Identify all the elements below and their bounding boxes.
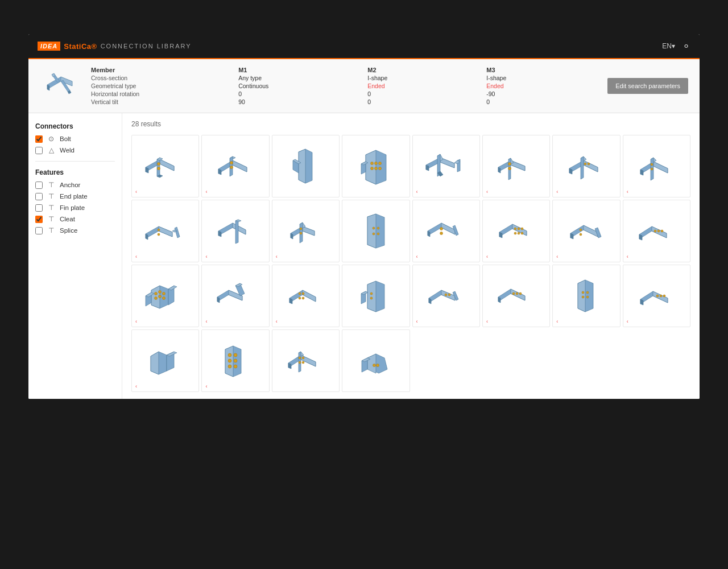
- connection-card-19[interactable]: ‹: [272, 265, 340, 327]
- filter-endplate[interactable]: ⊤ End plate: [35, 192, 115, 200]
- bolt-label[interactable]: Bolt: [60, 135, 71, 142]
- svg-point-94: [440, 228, 443, 230]
- connection-card-3[interactable]: [272, 135, 340, 197]
- finplate-icon: ⊤: [47, 204, 55, 212]
- filter-finplate[interactable]: ⊤ Fin plate: [35, 204, 115, 212]
- connection-card-23[interactable]: ‹: [552, 265, 620, 327]
- col-m2: M2: [367, 67, 477, 73]
- cleat-icon: ⊤: [47, 215, 55, 223]
- connection-card-18[interactable]: ‹: [201, 265, 269, 327]
- finplate-checkbox[interactable]: [35, 204, 43, 212]
- row1-m1: Continuous: [238, 83, 358, 89]
- endplate-icon: ⊤: [47, 192, 55, 200]
- card-label-25: ‹: [135, 384, 137, 389]
- bolt-checkbox[interactable]: [35, 135, 43, 143]
- connection-card-15[interactable]: ‹: [552, 200, 620, 262]
- endplate-checkbox[interactable]: [35, 193, 43, 200]
- card-img-9: [143, 208, 188, 254]
- header: IDEA StatiCa® CONNECTION LIBRARY EN▾ ⚬: [28, 34, 700, 59]
- svg-marker-92: [441, 223, 455, 234]
- bolt-icon: ⊙: [47, 135, 55, 143]
- connection-card-26[interactable]: ‹: [201, 329, 269, 392]
- card-img-5: [423, 143, 469, 189]
- svg-marker-144: [361, 291, 368, 295]
- svg-marker-79: [303, 226, 315, 236]
- weld-checkbox[interactable]: [35, 147, 43, 154]
- splice-label[interactable]: Splice: [60, 227, 77, 234]
- anchor-checkbox[interactable]: [35, 182, 43, 189]
- connection-card-24[interactable]: ‹: [623, 265, 690, 327]
- connection-card-28[interactable]: [342, 329, 410, 392]
- svg-point-83: [300, 232, 302, 234]
- results-area: 28 results: [122, 113, 700, 399]
- filter-splice[interactable]: ⊤ Splice: [35, 226, 115, 234]
- endplate-label[interactable]: End plate: [60, 193, 88, 200]
- cleat-label[interactable]: Cleat: [60, 216, 75, 222]
- row2-label: Horizontal rotation: [91, 90, 229, 97]
- logo-area: IDEA StatiCa® CONNECTION LIBRARY: [38, 42, 192, 51]
- connection-card-9[interactable]: ‹: [131, 200, 199, 262]
- card-label-9: ‹: [135, 254, 137, 259]
- svg-point-158: [519, 292, 522, 295]
- lang-selector[interactable]: EN▾: [662, 42, 675, 50]
- svg-point-179: [228, 359, 231, 362]
- anchor-label[interactable]: Anchor: [60, 182, 80, 188]
- connection-card-7[interactable]: ‹: [552, 135, 620, 197]
- card-img-15: [564, 208, 609, 254]
- row2-m2: 0: [367, 90, 477, 97]
- svg-point-21: [230, 166, 233, 169]
- svg-marker-136: [303, 290, 316, 302]
- filter-cleat[interactable]: ⊤ Cleat: [35, 215, 115, 223]
- logo-product: StatiCa®: [64, 42, 97, 51]
- app-title: CONNECTION LIBRARY: [101, 43, 192, 50]
- svg-point-49: [508, 163, 511, 166]
- weld-label[interactable]: Weld: [60, 147, 75, 154]
- filter-anchor[interactable]: ⊤ Anchor: [35, 181, 115, 189]
- svg-marker-122: [168, 286, 177, 290]
- anchor-icon: ⊤: [47, 181, 55, 189]
- connection-card-22[interactable]: ‹: [482, 265, 550, 327]
- edit-search-button[interactable]: Edit search parameters: [607, 78, 688, 94]
- connection-card-27[interactable]: [272, 329, 340, 392]
- card-img-18: [213, 273, 258, 319]
- svg-marker-16: [218, 169, 221, 175]
- svg-marker-37: [426, 165, 429, 171]
- connection-card-20[interactable]: [342, 265, 410, 327]
- svg-point-146: [370, 297, 373, 299]
- connection-card-11[interactable]: ‹: [272, 200, 340, 262]
- svg-point-114: [654, 230, 656, 232]
- cleat-checkbox[interactable]: [35, 216, 43, 223]
- connection-card-21[interactable]: ‹: [412, 265, 480, 327]
- connection-card-13[interactable]: ‹: [412, 200, 480, 262]
- svg-point-161: [582, 291, 584, 294]
- connection-card-6[interactable]: ‹: [482, 135, 550, 197]
- card-img-1: [143, 143, 188, 189]
- row2-m1: 0: [238, 90, 358, 97]
- svg-marker-27: [366, 150, 376, 184]
- connection-card-17[interactable]: ‹: [131, 265, 199, 327]
- card-img-17: [143, 273, 188, 319]
- connection-card-14[interactable]: ‹: [482, 200, 550, 262]
- svg-point-128: [162, 297, 165, 300]
- filter-weld[interactable]: △ Weld: [35, 146, 115, 154]
- connection-card-10[interactable]: ‹: [201, 200, 269, 262]
- card-img-25: [143, 338, 188, 384]
- svg-point-163: [582, 296, 584, 298]
- connection-card-16[interactable]: ‹: [623, 200, 690, 262]
- svg-marker-52: [569, 168, 572, 174]
- row0-label: Cross-section: [91, 75, 229, 81]
- finplate-label[interactable]: Fin plate: [60, 204, 85, 211]
- connection-card-1[interactable]: ‹: [131, 135, 199, 197]
- filter-bolt[interactable]: ⊙ Bolt: [35, 135, 115, 143]
- connection-card-4[interactable]: [342, 135, 410, 197]
- connection-card-12[interactable]: [342, 200, 410, 262]
- connection-card-8[interactable]: ‹: [623, 135, 690, 197]
- content-area: Connectors ⊙ Bolt △ Weld Features: [28, 113, 700, 399]
- splice-checkbox[interactable]: [35, 227, 43, 234]
- connection-card-2[interactable]: ‹: [201, 135, 269, 197]
- svg-point-169: [660, 295, 662, 297]
- row0-m2: I-shape: [367, 75, 477, 81]
- connection-card-25[interactable]: ‹: [131, 329, 199, 392]
- user-icon[interactable]: ⚬: [682, 40, 690, 52]
- connection-card-5[interactable]: ‹: [412, 135, 480, 197]
